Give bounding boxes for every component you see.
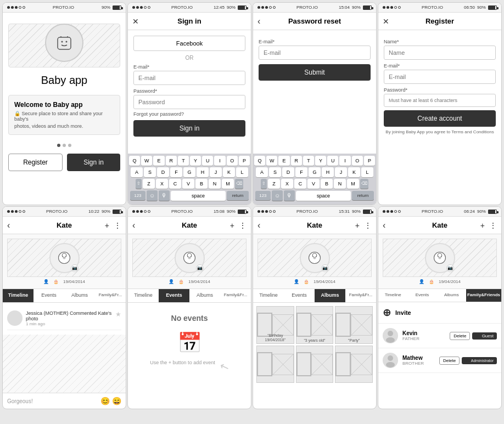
key-w[interactable]: W	[266, 156, 277, 166]
signin-button[interactable]: Sign in	[67, 154, 120, 171]
key-l[interactable]: L	[236, 167, 248, 177]
key-u[interactable]: U	[327, 156, 338, 166]
key-o[interactable]: O	[227, 156, 238, 166]
key-123[interactable]: 123	[130, 191, 145, 200]
key-t[interactable]: T	[303, 156, 314, 166]
back-icon[interactable]: ‹	[132, 221, 135, 230]
key-d[interactable]: D	[157, 167, 169, 177]
key-e[interactable]: E	[153, 156, 164, 166]
star-button[interactable]: ★	[115, 310, 121, 326]
forgot-password-link[interactable]: Forgot your password?	[133, 111, 245, 117]
email-input[interactable]	[133, 71, 245, 85]
password-input[interactable]	[133, 95, 245, 109]
submit-button[interactable]: Submit	[259, 64, 371, 81]
more-icon[interactable]: ⋮	[489, 221, 497, 230]
invite-plus-icon[interactable]: ⊕	[383, 307, 391, 319]
key-f[interactable]: F	[170, 167, 182, 177]
key-e[interactable]: E	[278, 156, 289, 166]
album-item-3[interactable]: "Party"	[335, 306, 373, 344]
key-i[interactable]: I	[214, 156, 225, 166]
back-icon[interactable]: ‹	[257, 221, 260, 230]
create-account-button[interactable]: Create account	[384, 110, 496, 127]
back-icon[interactable]: ‹	[7, 221, 10, 230]
more-icon[interactable]: ⋮	[364, 221, 372, 230]
album-item-2[interactable]: "3 years old"	[296, 306, 334, 344]
name-input[interactable]	[384, 46, 496, 60]
tab-timeline[interactable]: Timeline	[3, 289, 33, 302]
key-m[interactable]: M	[222, 179, 234, 189]
invite-label[interactable]: Invite	[395, 309, 411, 316]
key-x[interactable]: X	[156, 179, 168, 189]
add-icon[interactable]: +	[355, 221, 360, 230]
key-c[interactable]: C	[294, 179, 306, 189]
tab-events[interactable]: Events	[407, 289, 436, 302]
key-i[interactable]: I	[339, 156, 350, 166]
tab-albums[interactable]: Albums	[64, 289, 95, 302]
key-j[interactable]: J	[210, 167, 222, 177]
signin-submit-button[interactable]: Sign in	[133, 120, 245, 137]
key-123[interactable]: 123	[255, 191, 271, 200]
camera-badge[interactable]: 📷	[446, 264, 454, 272]
kevin-delete-button[interactable]: Delete	[450, 332, 470, 340]
key-o[interactable]: O	[352, 156, 363, 166]
key-c[interactable]: C	[169, 179, 181, 189]
key-d[interactable]: D	[282, 167, 294, 177]
facebook-button[interactable]: Facebook	[133, 36, 245, 51]
key-b[interactable]: B	[195, 179, 208, 189]
key-backspace[interactable]: ⌫	[360, 179, 368, 189]
comment-placeholder[interactable]: Gorgeous!	[7, 398, 97, 404]
key-emoji[interactable]: ☺	[147, 190, 158, 201]
key-mic[interactable]: 🎙	[159, 190, 170, 201]
key-a[interactable]: A	[256, 167, 268, 177]
key-u[interactable]: U	[202, 156, 213, 166]
tab-timeline[interactable]: Timeline	[378, 289, 407, 302]
emoji-smile[interactable]: 😊	[100, 397, 110, 405]
album-item-4[interactable]	[256, 346, 294, 383]
key-n[interactable]: N	[209, 179, 221, 189]
key-n[interactable]: N	[334, 179, 346, 189]
key-q[interactable]: Q	[129, 156, 140, 166]
camera-badge[interactable]: 📷	[321, 264, 329, 272]
add-icon[interactable]: +	[105, 221, 109, 230]
key-p[interactable]: P	[364, 156, 375, 166]
key-w[interactable]: W	[141, 156, 152, 166]
key-return[interactable]: return	[352, 191, 374, 200]
key-shift[interactable]: ⇧	[261, 179, 267, 189]
tab-albums[interactable]: Albums	[437, 289, 466, 302]
key-space[interactable]: space	[171, 191, 226, 201]
key-emoji[interactable]: ☺	[272, 190, 283, 201]
key-mic[interactable]: 🎙	[284, 190, 295, 201]
key-h[interactable]: H	[322, 167, 334, 177]
camera-badge[interactable]: 📷	[196, 264, 204, 272]
key-g[interactable]: G	[183, 167, 195, 177]
key-k[interactable]: K	[223, 167, 235, 177]
camera-badge[interactable]: 📷	[71, 264, 79, 272]
album-item-5[interactable]	[296, 346, 334, 383]
key-y[interactable]: Y	[315, 156, 326, 166]
tab-albums[interactable]: Albums	[315, 289, 345, 302]
album-item-6[interactable]	[335, 346, 373, 383]
tab-family[interactable]: Family&Friends	[466, 289, 501, 302]
key-q[interactable]: Q	[254, 156, 265, 166]
key-g[interactable]: G	[309, 167, 321, 177]
tab-family[interactable]: Family&Fr...	[95, 289, 126, 302]
tab-family[interactable]: Family&Fr...	[220, 289, 251, 302]
kevin-role-button[interactable]: ✓ Guest	[472, 332, 497, 340]
email-input[interactable]	[259, 46, 371, 60]
tab-events[interactable]: Events	[284, 289, 315, 302]
mathew-delete-button[interactable]: Delete	[439, 357, 460, 365]
tab-albums[interactable]: Albums	[189, 289, 220, 302]
album-item-1[interactable]: "Birthday19/04/2018"	[256, 306, 294, 344]
key-s[interactable]: S	[269, 167, 281, 177]
tab-family[interactable]: Family&Fr...	[345, 289, 376, 302]
tab-events[interactable]: Events	[33, 289, 64, 302]
key-h[interactable]: H	[197, 167, 209, 177]
key-f[interactable]: F	[295, 167, 307, 177]
close-icon[interactable]: ✕	[132, 17, 139, 26]
email-input[interactable]	[384, 70, 496, 84]
key-y[interactable]: Y	[190, 156, 201, 166]
add-icon[interactable]: +	[230, 221, 234, 230]
key-v[interactable]: V	[307, 179, 320, 189]
register-button[interactable]: Register	[8, 154, 63, 171]
key-z[interactable]: Z	[268, 179, 280, 189]
